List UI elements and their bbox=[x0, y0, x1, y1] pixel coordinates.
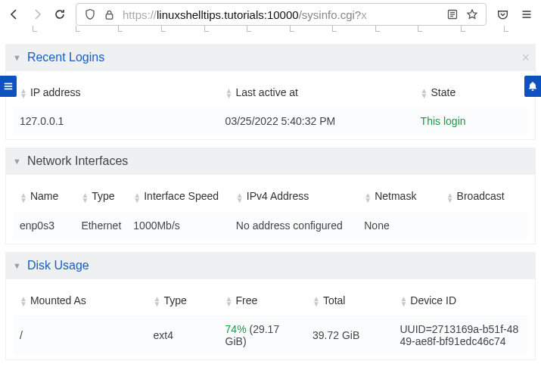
col-type[interactable]: ▲▼Type bbox=[75, 182, 127, 211]
url-path: /sysinfo.cgi? bbox=[299, 8, 362, 21]
caret-down-icon: ▼ bbox=[13, 53, 21, 62]
col-last-active[interactable]: ▲▼Last active at bbox=[219, 79, 415, 107]
disk-usage-panel: ▼ Disk Usage ▲▼Mounted As ▲▼Type ▲▼Free … bbox=[5, 252, 536, 360]
bookmark-star-icon[interactable] bbox=[466, 8, 478, 20]
page-content: ▼ Recent Logins × ▲▼IP address ▲▼Last ac… bbox=[0, 29, 541, 392]
col-free[interactable]: ▲▼Free bbox=[219, 287, 306, 316]
sidebar-toggle-button[interactable] bbox=[0, 76, 17, 97]
reload-button[interactable] bbox=[53, 8, 67, 21]
top-graph-ticks bbox=[0, 29, 541, 36]
col-speed[interactable]: ▲▼Interface Speed bbox=[127, 182, 230, 211]
notifications-button[interactable] bbox=[524, 76, 541, 97]
cell-device: UUID=2713169a-b51f-4849-ae8f-bf91edc46c7… bbox=[393, 316, 527, 355]
cell-free: 74% (29.17 GiB) bbox=[219, 316, 306, 355]
recent-logins-title: Recent Logins bbox=[27, 51, 104, 64]
col-ip[interactable]: ▲▼IP address bbox=[14, 79, 219, 107]
caret-down-icon: ▼ bbox=[13, 157, 21, 166]
network-interfaces-panel: ▼ Network Interfaces ▲▼Name ▲▼Type ▲▼Int… bbox=[5, 148, 536, 244]
cell-last: 03/25/2022 5:40:32 PM bbox=[219, 107, 415, 135]
network-interfaces-header[interactable]: ▼ Network Interfaces bbox=[5, 148, 536, 175]
col-type[interactable]: ▲▼Type bbox=[148, 287, 219, 316]
lock-icon bbox=[104, 9, 115, 20]
network-interfaces-table: ▲▼Name ▲▼Type ▲▼Interface Speed ▲▼IPv4 A… bbox=[14, 182, 527, 238]
url-scheme: https:// bbox=[123, 8, 157, 21]
cell-ip: 127.0.0.1 bbox=[14, 107, 219, 135]
app-menu-icon[interactable] bbox=[520, 8, 533, 21]
browser-toolbar: https://linuxshelltips.tutorials:10000/s… bbox=[0, 0, 541, 29]
cell-mount: / bbox=[14, 316, 148, 355]
url-port: :10000 bbox=[264, 8, 299, 21]
col-total[interactable]: ▲▼Total bbox=[306, 287, 393, 316]
network-interfaces-title: Network Interfaces bbox=[27, 154, 128, 168]
url-host: linuxshelltips.tutorials bbox=[157, 8, 264, 21]
col-ipv4[interactable]: ▲▼IPv4 Address bbox=[230, 182, 358, 211]
cell-bcast bbox=[440, 212, 527, 239]
cell-speed: 1000Mb/s bbox=[127, 212, 230, 239]
cell-type: ext4 bbox=[148, 316, 219, 355]
col-state[interactable]: ▲▼State bbox=[415, 79, 527, 107]
recent-logins-table: ▲▼IP address ▲▼Last active at ▲▼State 12… bbox=[14, 79, 527, 135]
table-row: / ext4 74% (29.17 GiB) 39.72 GiB UUID=27… bbox=[14, 316, 527, 355]
reader-mode-icon[interactable] bbox=[446, 8, 459, 20]
disk-usage-title: Disk Usage bbox=[27, 259, 89, 272]
cell-ipv4: No address configured bbox=[230, 212, 358, 239]
back-button[interactable] bbox=[8, 8, 21, 21]
cell-type: Ethernet bbox=[75, 212, 127, 239]
disk-usage-table: ▲▼Mounted As ▲▼Type ▲▼Free ▲▼Total ▲▼Dev… bbox=[14, 287, 527, 355]
caret-down-icon: ▼ bbox=[13, 261, 21, 270]
table-row: enp0s3 Ethernet 1000Mb/s No address conf… bbox=[14, 212, 527, 239]
cell-state: This login bbox=[415, 107, 527, 135]
col-mounted[interactable]: ▲▼Mounted As bbox=[14, 287, 148, 316]
table-row: 127.0.0.1 03/25/2022 5:40:32 PM This log… bbox=[14, 107, 527, 135]
shield-icon bbox=[84, 8, 96, 20]
cell-mask: None bbox=[358, 212, 440, 239]
url-trunc: x bbox=[361, 8, 367, 21]
recent-logins-header[interactable]: ▼ Recent Logins × bbox=[5, 44, 536, 71]
col-broadcast[interactable]: ▲▼Broadcast bbox=[440, 182, 527, 211]
cell-name: enp0s3 bbox=[14, 212, 75, 239]
col-netmask[interactable]: ▲▼Netmask bbox=[358, 182, 440, 211]
url-bar[interactable]: https://linuxshelltips.tutorials:10000/s… bbox=[76, 3, 487, 26]
recent-logins-panel: ▼ Recent Logins × ▲▼IP address ▲▼Last ac… bbox=[5, 44, 536, 140]
toolbar-right bbox=[496, 8, 533, 21]
svg-rect-0 bbox=[106, 14, 112, 19]
pocket-icon[interactable] bbox=[496, 8, 509, 21]
forward-button[interactable] bbox=[30, 8, 44, 21]
col-name[interactable]: ▲▼Name bbox=[14, 182, 75, 211]
close-icon[interactable]: × bbox=[521, 50, 530, 66]
col-device[interactable]: ▲▼Device ID bbox=[393, 287, 527, 316]
disk-usage-header[interactable]: ▼ Disk Usage bbox=[5, 252, 536, 279]
cell-total: 39.72 GiB bbox=[306, 316, 393, 355]
url-text: https://linuxshelltips.tutorials:10000/s… bbox=[123, 8, 439, 21]
